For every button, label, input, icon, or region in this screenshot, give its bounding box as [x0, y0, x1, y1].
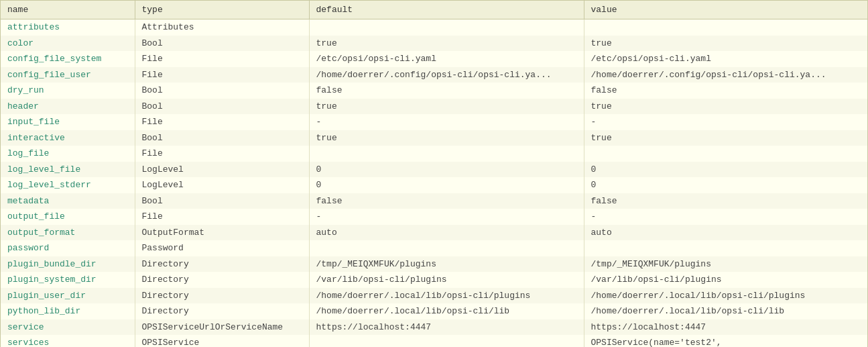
table-row: plugin_user_dirDirectory/home/doerrer/.l… [1, 288, 868, 304]
cell-name: header [1, 99, 135, 115]
cell-type: File [135, 51, 309, 67]
cell-value: - [584, 114, 868, 130]
cell-default: - [309, 209, 584, 225]
col-header-value: value [584, 1, 868, 19]
cell-default: /etc/opsi/opsi-cli.yaml [309, 51, 584, 67]
col-header-name: name [1, 1, 135, 19]
cell-default: 0 [309, 177, 584, 193]
cell-type: Password [135, 240, 309, 256]
cell-name: plugin_system_dir [1, 272, 135, 288]
cell-name: password [1, 240, 135, 256]
cell-type: OutputFormat [135, 225, 309, 241]
cell-type: Directory [135, 288, 309, 304]
table-row: servicesOPSIServiceOPSIService(name='tes… [1, 335, 868, 347]
cell-type: Directory [135, 272, 309, 288]
col-header-default: default [309, 1, 584, 19]
cell-default [309, 146, 584, 162]
table-row: passwordPassword [1, 240, 868, 256]
cell-default: 0 [309, 162, 584, 178]
cell-default: /tmp/_MEIQXMFUK/plugins [309, 256, 584, 272]
cell-name: dry_run [1, 83, 135, 99]
cell-name: plugin_user_dir [1, 288, 135, 304]
cell-type: Directory [135, 256, 309, 272]
cell-default: true [309, 130, 584, 146]
cell-value: /etc/opsi/opsi-cli.yaml [584, 51, 868, 67]
cell-default: true [309, 99, 584, 115]
cell-default: false [309, 193, 584, 209]
cell-default: /home/doerrer/.local/lib/opsi-cli/plugin… [309, 288, 584, 304]
table-row: serviceOPSIServiceUrlOrServiceNamehttps:… [1, 319, 868, 336]
cell-name: log_file [1, 146, 135, 162]
cell-name: attributes [1, 19, 135, 36]
cell-value: /tmp/_MEIQXMFUK/plugins [584, 256, 868, 272]
cell-type: File [135, 146, 309, 162]
table-row: metadataBoolfalsefalse [1, 193, 868, 209]
cell-type: OPSIServiceUrlOrServiceName [135, 319, 309, 336]
cell-type: File [135, 209, 309, 225]
cell-type: LogLevel [135, 162, 309, 178]
cell-name: log_level_stderr [1, 177, 135, 193]
cell-name: service [1, 319, 135, 336]
table-row: dry_runBoolfalsefalse [1, 83, 868, 99]
table-row: plugin_system_dirDirectory/var/lib/opsi-… [1, 272, 868, 288]
table-row: log_fileFile [1, 146, 868, 162]
config-table: name type default value attributesAttrib… [1, 1, 868, 347]
table-row: interactiveBooltruetrue [1, 130, 868, 146]
cell-type: Attributes [135, 19, 309, 36]
cell-default [309, 19, 584, 36]
cell-default [309, 240, 584, 256]
cell-value: /home/doerrer/.local/lib/opsi-cli/plugin… [584, 288, 868, 304]
cell-name: plugin_bundle_dir [1, 256, 135, 272]
cell-value: /home/doerrer/.config/opsi-cli/opsi-cli.… [584, 67, 868, 83]
cell-value: OPSIService(name='test2', url='https://l… [584, 335, 868, 347]
cell-name: output_format [1, 225, 135, 241]
cell-value: true [584, 99, 868, 115]
cell-default: /home/doerrer/.config/opsi-cli/opsi-cli.… [309, 67, 584, 83]
cell-name: color [1, 36, 135, 52]
main-table-container: name type default value attributesAttrib… [0, 0, 868, 347]
table-row: input_fileFile-- [1, 114, 868, 130]
cell-default: https://localhost:4447 [309, 319, 584, 336]
cell-name: metadata [1, 193, 135, 209]
cell-type: Bool [135, 193, 309, 209]
table-row: plugin_bundle_dirDirectory/tmp/_MEIQXMFU… [1, 256, 868, 272]
cell-type: Bool [135, 36, 309, 52]
cell-value: true [584, 36, 868, 52]
table-row: output_fileFile-- [1, 209, 868, 225]
table-row: colorBooltruetrue [1, 36, 868, 52]
cell-default: /var/lib/opsi-cli/plugins [309, 272, 584, 288]
cell-value: /var/lib/opsi-cli/plugins [584, 272, 868, 288]
cell-type: Bool [135, 130, 309, 146]
cell-value: - [584, 209, 868, 225]
table-row: headerBooltruetrue [1, 99, 868, 115]
table-row: python_lib_dirDirectory/home/doerrer/.lo… [1, 303, 868, 319]
cell-name: config_file_user [1, 67, 135, 83]
cell-default: auto [309, 225, 584, 241]
cell-type: File [135, 67, 309, 83]
cell-value: auto [584, 225, 868, 241]
cell-value: https://localhost:4447 [584, 319, 868, 336]
cell-name: python_lib_dir [1, 303, 135, 319]
cell-name: interactive [1, 130, 135, 146]
cell-name: log_level_file [1, 162, 135, 178]
cell-type: Bool [135, 99, 309, 115]
cell-type: OPSIService [135, 335, 309, 347]
cell-default [309, 335, 584, 347]
table-row: log_level_stderrLogLevel00 [1, 177, 868, 193]
cell-value: true [584, 130, 868, 146]
cell-default: - [309, 114, 584, 130]
cell-default: false [309, 83, 584, 99]
cell-value: 0 [584, 177, 868, 193]
cell-name: services [1, 335, 135, 347]
cell-default: true [309, 36, 584, 52]
table-row: log_level_fileLogLevel00 [1, 162, 868, 178]
cell-value: /home/doerrer/.local/lib/opsi-cli/lib [584, 303, 868, 319]
col-header-type: type [135, 1, 309, 19]
cell-value: 0 [584, 162, 868, 178]
cell-value [584, 240, 868, 256]
cell-type: Bool [135, 83, 309, 99]
cell-name: config_file_system [1, 51, 135, 67]
cell-value: false [584, 193, 868, 209]
cell-type: LogLevel [135, 177, 309, 193]
cell-name: input_file [1, 114, 135, 130]
